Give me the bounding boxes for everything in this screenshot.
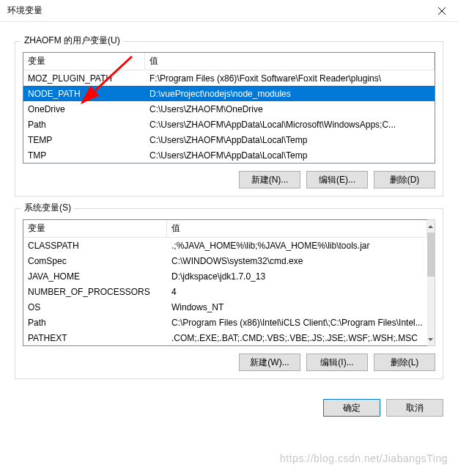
close-button[interactable] — [425, 0, 458, 22]
table-row[interactable]: TEMPC:\Users\ZHAOFM\AppData\Local\Temp — [23, 132, 435, 147]
cell-var-value: C:\Users\ZHAOFM\AppData\Local\Temp — [145, 150, 435, 161]
user-vars-list[interactable]: 变量 值 MOZ_PLUGIN_PATHF:\Program Files (x8… — [23, 52, 435, 164]
user-vars-header[interactable]: 变量 值 — [23, 53, 435, 70]
watermark: https://blog.csdn.net/JiabangsTing — [280, 453, 448, 464]
cell-var-value: .COM;.EXE;.BAT;.CMD;.VBS;.VBE;.JS;.JSE;.… — [167, 333, 427, 343]
sys-vars-list[interactable]: 变量 值 CLASSPATH.;%JAVA_HOME%\lib;%JAVA_HO… — [23, 219, 427, 346]
sys-vars-buttons: 新建(W)... 编辑(I)... 删除(L) — [23, 354, 435, 371]
cell-var-value: C:\Users\ZHAOFM\AppData\Local\Microsoft\… — [145, 120, 435, 130]
window-title: 环境变量 — [7, 4, 43, 17]
sys-vars-header[interactable]: 变量 值 — [23, 220, 427, 238]
table-row[interactable]: PATHEXT.COM;.EXE;.BAT;.CMD;.VBS;.VBE;.JS… — [23, 330, 427, 345]
cell-var-name: TEMP — [23, 135, 145, 145]
cell-var-value: D:\vueProject\nodejs\node_modules — [145, 89, 435, 99]
cell-var-name: CLASSPATH — [23, 241, 167, 251]
cancel-button[interactable]: 取消 — [386, 399, 443, 417]
table-row[interactable]: TMPC:\Users\ZHAOFM\AppData\Local\Temp — [23, 147, 435, 163]
close-icon — [438, 7, 446, 15]
scroll-down-button[interactable] — [427, 333, 435, 345]
table-row[interactable]: ComSpecC:\WINDOWS\system32\cmd.exe — [23, 253, 427, 268]
user-delete-button[interactable]: 删除(D) — [374, 171, 435, 188]
table-row[interactable]: CLASSPATH.;%JAVA_HOME%\lib;%JAVA_HOME%\l… — [23, 238, 427, 253]
cell-var-name: OS — [23, 302, 167, 312]
cell-var-value: C:\Program Files (x86)\Intel\iCLS Client… — [167, 318, 427, 328]
table-row[interactable]: OSWindows_NT — [23, 299, 427, 315]
user-vars-group: ZHAOFM 的用户变量(U) 变量 值 MOZ_PLUGIN_PATHF:\P… — [15, 41, 443, 197]
table-row[interactable]: NODE_PATHD:\vueProject\nodejs\node_modul… — [23, 86, 435, 101]
cell-var-name: ComSpec — [23, 256, 167, 266]
cell-var-value: Windows_NT — [167, 302, 427, 312]
cell-var-name: JAVA_HOME — [23, 271, 167, 282]
column-header-name[interactable]: 变量 — [23, 53, 145, 70]
cell-var-name: Path — [23, 120, 145, 130]
cell-var-value: C:\WINDOWS\system32\cmd.exe — [167, 256, 427, 266]
cell-var-value: F:\Program Files (x86)\Foxit Software\Fo… — [145, 73, 435, 84]
cell-var-value: C:\Users\ZHAOFM\OneDrive — [145, 104, 435, 114]
cell-var-name: NUMBER_OF_PROCESSORS — [23, 287, 167, 297]
cell-var-value: 4 — [167, 287, 427, 297]
sys-delete-button[interactable]: 删除(L) — [374, 354, 435, 371]
chevron-down-icon — [428, 338, 433, 341]
column-header-value[interactable]: 值 — [167, 220, 427, 237]
cell-var-name: MOZ_PLUGIN_PATH — [23, 73, 145, 84]
cell-var-name: PATHEXT — [23, 333, 167, 343]
scroll-track[interactable] — [427, 232, 435, 333]
table-row[interactable]: NUMBER_OF_PROCESSORS4 — [23, 284, 427, 299]
cell-var-name: OneDrive — [23, 104, 145, 114]
column-header-value[interactable]: 值 — [145, 53, 435, 70]
column-header-name[interactable]: 变量 — [23, 220, 167, 237]
user-vars-buttons: 新建(N)... 编辑(E)... 删除(D) — [23, 171, 435, 188]
title-bar: 环境变量 — [0, 0, 458, 22]
cell-var-value: .;%JAVA_HOME%\lib;%JAVA_HOME%\lib\tools.… — [167, 241, 427, 251]
cell-var-name: TMP — [23, 150, 145, 161]
cell-var-name: Path — [23, 318, 167, 328]
sys-vars-legend: 系统变量(S) — [21, 202, 74, 214]
table-row[interactable]: PathC:\Users\ZHAOFM\AppData\Local\Micros… — [23, 117, 435, 132]
scroll-thumb[interactable] — [427, 232, 435, 277]
chevron-up-icon — [428, 225, 433, 228]
sys-new-button[interactable]: 新建(W)... — [239, 354, 300, 371]
cell-var-value: D:\jdkspace\jdk1.7.0_13 — [167, 271, 427, 282]
sys-vars-scrollbar[interactable] — [427, 219, 435, 346]
table-row[interactable]: PathC:\Program Files (x86)\Intel\iCLS Cl… — [23, 315, 427, 330]
cell-var-value: C:\Users\ZHAOFM\AppData\Local\Temp — [145, 135, 435, 145]
user-vars-legend: ZHAOFM 的用户变量(U) — [21, 34, 123, 47]
cell-var-name: NODE_PATH — [23, 89, 145, 99]
dialog-content: ZHAOFM 的用户变量(U) 变量 值 MOZ_PLUGIN_PATHF:\P… — [0, 22, 458, 390]
table-row[interactable]: MOZ_PLUGIN_PATHF:\Program Files (x86)\Fo… — [23, 70, 435, 86]
table-row[interactable]: JAVA_HOMED:\jdkspace\jdk1.7.0_13 — [23, 268, 427, 284]
scroll-up-button[interactable] — [427, 220, 435, 232]
user-new-button[interactable]: 新建(N)... — [239, 171, 300, 188]
table-row[interactable]: OneDriveC:\Users\ZHAOFM\OneDrive — [23, 101, 435, 117]
sys-edit-button[interactable]: 编辑(I)... — [306, 354, 368, 371]
user-edit-button[interactable]: 编辑(E)... — [306, 171, 368, 188]
sys-vars-group: 系统变量(S) 变量 值 CLASSPATH.;%JAVA_HOME%\lib;… — [15, 208, 443, 379]
dialog-buttons: 确定 取消 — [0, 390, 458, 417]
ok-button[interactable]: 确定 — [323, 399, 380, 417]
